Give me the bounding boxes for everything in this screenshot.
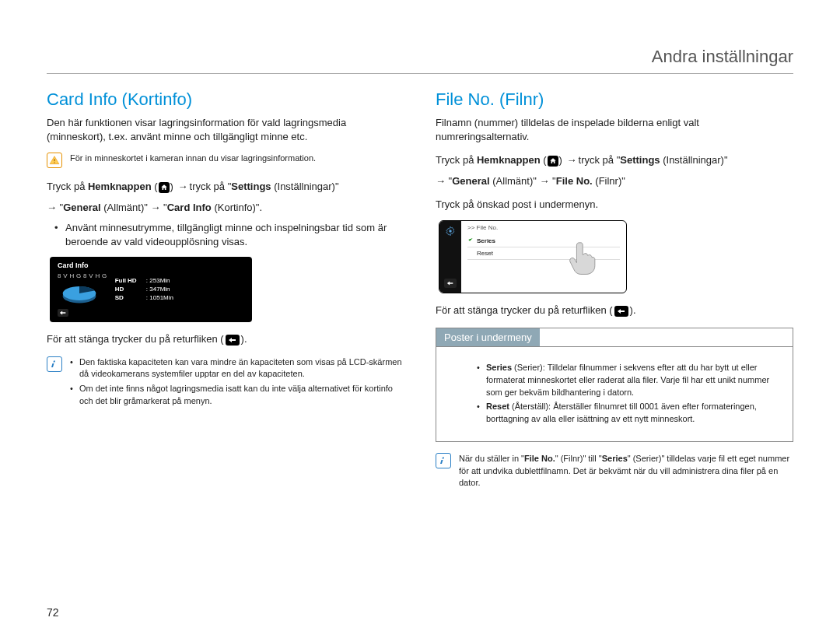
file-no-close-line: För att stänga trycker du på returfliken…: [436, 304, 793, 317]
file-no-nav-path-2: → "General (Allmänt)" → "File No. (Filnr…: [436, 174, 793, 190]
touch-hand-icon: [564, 237, 603, 275]
warning-icon: [47, 153, 62, 168]
svg-rect-2: [54, 162, 54, 163]
file-no-desc: Filnamn (nummer) tilldelas de inspelade …: [436, 116, 793, 143]
file-no-info-note: När du ställer in "File No." (Filnr)" ti…: [436, 453, 793, 489]
right-column: File No. (Filnr) Filnamn (nummer) tillde…: [436, 89, 793, 500]
home-icon: [548, 156, 558, 167]
file-no-sub-intro: Tryck på önskad post i undermenyn.: [436, 198, 793, 212]
card-info-screenshot: Card Info 8 V H G 8 V H G F: [50, 257, 252, 322]
screenshot-sidebar: [439, 221, 461, 293]
svg-point-5: [449, 230, 452, 233]
warning-note: För in minneskortet i kameran innan du v…: [47, 153, 404, 168]
page-header: Andra inställningar: [47, 47, 793, 74]
info-bullet-1: Den faktiska kapaciteten kan vara mindre…: [70, 356, 404, 381]
warning-text: För in minneskortet i kameran innan du v…: [70, 153, 316, 168]
screenshot-title: Card Info: [58, 261, 244, 269]
return-icon: [614, 306, 628, 317]
screenshot-used-text: 8 V H G 8 V H G: [58, 272, 107, 279]
file-no-info-text: När du ställer in "File No." (Filnr)" ti…: [459, 453, 793, 489]
file-no-screenshot: >> File No. Series Reset: [439, 220, 627, 293]
return-icon: [226, 335, 240, 346]
screenshot-stats: Full HD : 253Min HD : 347Min SD : 1051Mi…: [115, 276, 173, 303]
card-info-info-note: Den faktiska kapaciteten kan vara mindre…: [47, 356, 404, 411]
return-icon: [58, 309, 68, 317]
card-info-bullet: Använt minnesutrymme, tillgängligt minne…: [47, 221, 404, 249]
info-icon: [436, 453, 451, 468]
submenu-item-series: Series (Serier): Tilldelar filnummer i s…: [477, 362, 783, 399]
info-icon: [47, 356, 62, 372]
file-no-nav-path: Tryck på Hemknappen () →tryck på "Settin…: [436, 153, 793, 169]
card-info-nav-path-2: → "General (Allmänt)" → "Card Info (Kort…: [47, 200, 404, 216]
screenshot-breadcrumb: >> File No.: [467, 224, 620, 231]
card-info-desc: Den här funktionen visar lagringsinforma…: [47, 116, 404, 143]
submenu-item-reset: Reset (Återställ): Återställer filnumret…: [477, 401, 783, 426]
return-icon: [444, 279, 457, 288]
page-number: 72: [47, 606, 59, 619]
left-column: Card Info (Kortinfo) Den här funktionen …: [47, 89, 404, 500]
home-icon: [159, 182, 170, 193]
pie-chart-icon: [58, 281, 101, 306]
card-info-nav-path: Tryck på Hemknappen () →tryck på "Settin…: [47, 179, 404, 195]
submenu-box: Poster i undermeny Series (Serier): Till…: [436, 328, 793, 443]
svg-rect-1: [54, 159, 54, 161]
card-info-title: Card Info (Kortinfo): [47, 89, 404, 110]
file-no-title: File No. (Filnr): [436, 89, 793, 110]
submenu-box-title: Poster i undermeny: [436, 328, 540, 346]
info-bullet-2: Om det inte finns något lagringsmedia is…: [70, 383, 404, 407]
gear-icon: [445, 226, 456, 240]
check-icon: [467, 237, 474, 244]
card-info-close-line: För att stänga trycker du på returfliken…: [47, 333, 404, 346]
